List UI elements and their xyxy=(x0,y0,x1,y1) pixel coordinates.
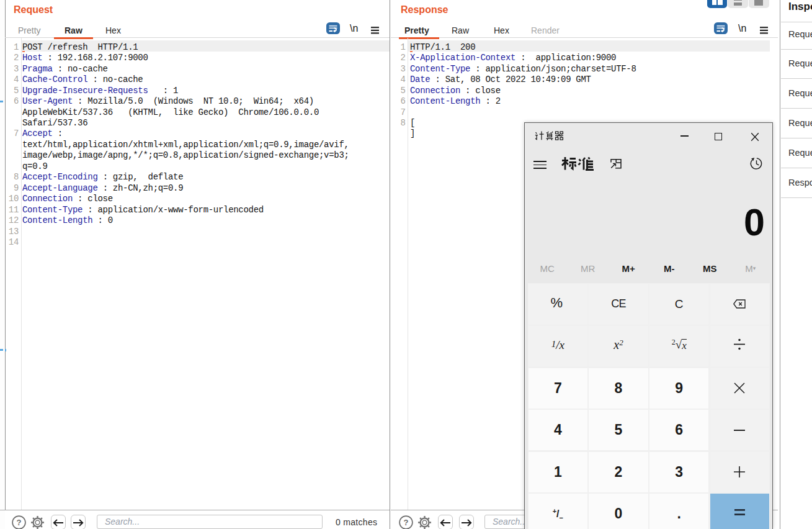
svg-text:?: ? xyxy=(404,518,409,527)
svg-text:?: ? xyxy=(17,518,22,527)
